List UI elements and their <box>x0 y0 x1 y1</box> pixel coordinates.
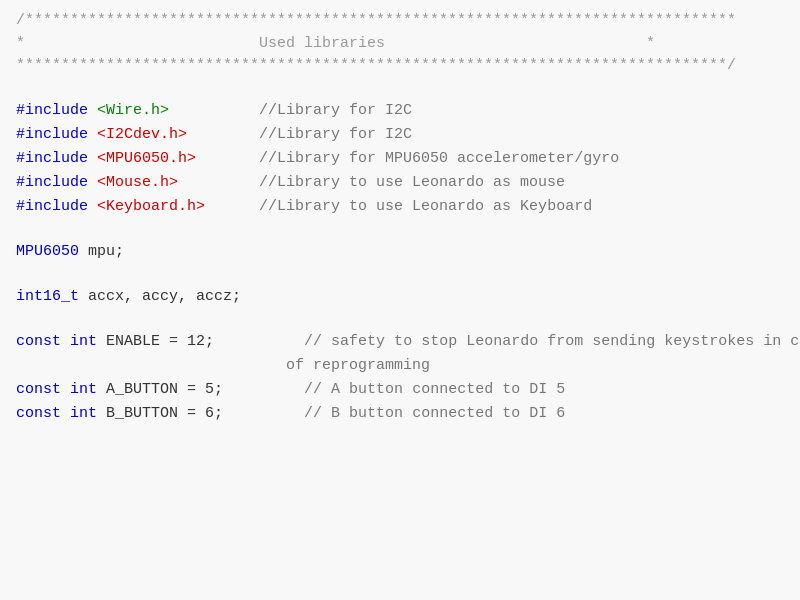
comment-i2cdev: //Library for I2C <box>259 126 412 143</box>
include-keyword-3: #include <box>16 150 88 167</box>
lib-mouse: <Mouse.h> <box>97 174 178 191</box>
const-keyword-1: const <box>16 333 61 350</box>
spacer-1 <box>16 78 784 99</box>
int-keyword-2: int <box>70 381 97 398</box>
spacer-3 <box>16 264 784 285</box>
include-mpu6050: #include <MPU6050.h> //Library for MPU60… <box>16 147 784 171</box>
include-keyword-4: #include <box>16 174 88 191</box>
int-keyword-1: int <box>70 333 97 350</box>
int16-declaration: int16_t accx, accy, accz; <box>16 285 784 309</box>
include-i2cdev: #include <I2Cdev.h> //Library for I2C <box>16 123 784 147</box>
include-keyboard: #include <Keyboard.h> //Library to use L… <box>16 195 784 219</box>
a-button-name: A_BUTTON = 5; <box>106 381 223 398</box>
const-enable: const int ENABLE = 12; // safety to stop… <box>16 330 784 354</box>
comment-enable-2: of reprogramming <box>286 357 430 374</box>
comment-enable: // safety to stop Leonardo from sending … <box>304 333 800 350</box>
header-star: * Used libraries * <box>16 33 784 56</box>
spacer-2 <box>16 219 784 240</box>
code-editor: /***************************************… <box>0 0 800 600</box>
mpu-type: MPU6050 <box>16 243 79 260</box>
int16-type: int16_t <box>16 288 79 305</box>
comment-keyboard: //Library to use Leonardo as Keyboard <box>259 198 592 215</box>
header-border-top: /***************************************… <box>16 10 784 33</box>
b-button-name: B_BUTTON = 6; <box>106 405 223 422</box>
lib-wire: <Wire.h> <box>97 102 169 119</box>
include-mouse: #include <Mouse.h> //Library to use Leon… <box>16 171 784 195</box>
include-keyword-1: #include <box>16 102 88 119</box>
mpu-declaration: MPU6050 mpu; <box>16 240 784 264</box>
const-keyword-3: const <box>16 405 61 422</box>
const-b-button: const int B_BUTTON = 6; // B button conn… <box>16 402 784 426</box>
int-keyword-3: int <box>70 405 97 422</box>
lib-keyboard: <Keyboard.h> <box>97 198 205 215</box>
lib-i2cdev: <I2Cdev.h> <box>97 126 187 143</box>
section-title: Used libraries <box>259 35 385 52</box>
const-enable-cont: of reprogramming <box>16 354 784 378</box>
comment-mouse: //Library to use Leonardo as mouse <box>259 174 565 191</box>
mpu-var: mpu; <box>88 243 124 260</box>
comment-a-button: // A button connected to DI 5 <box>304 381 565 398</box>
include-keyword-2: #include <box>16 126 88 143</box>
comment-mpu6050: //Library for MPU6050 accelerometer/gyro <box>259 150 619 167</box>
int16-vars: accx, accy, accz; <box>88 288 241 305</box>
lib-mpu6050: <MPU6050.h> <box>97 150 196 167</box>
comment-wire: //Library for I2C <box>259 102 412 119</box>
spacer-4 <box>16 309 784 330</box>
const-a-button: const int A_BUTTON = 5; // A button conn… <box>16 378 784 402</box>
header-border-bottom: ****************************************… <box>16 55 784 78</box>
include-wire: #include <Wire.h> //Library for I2C <box>16 99 784 123</box>
comment-b-button: // B button connected to DI 6 <box>304 405 565 422</box>
const-keyword-2: const <box>16 381 61 398</box>
enable-name: ENABLE = 12; <box>106 333 214 350</box>
include-keyword-5: #include <box>16 198 88 215</box>
